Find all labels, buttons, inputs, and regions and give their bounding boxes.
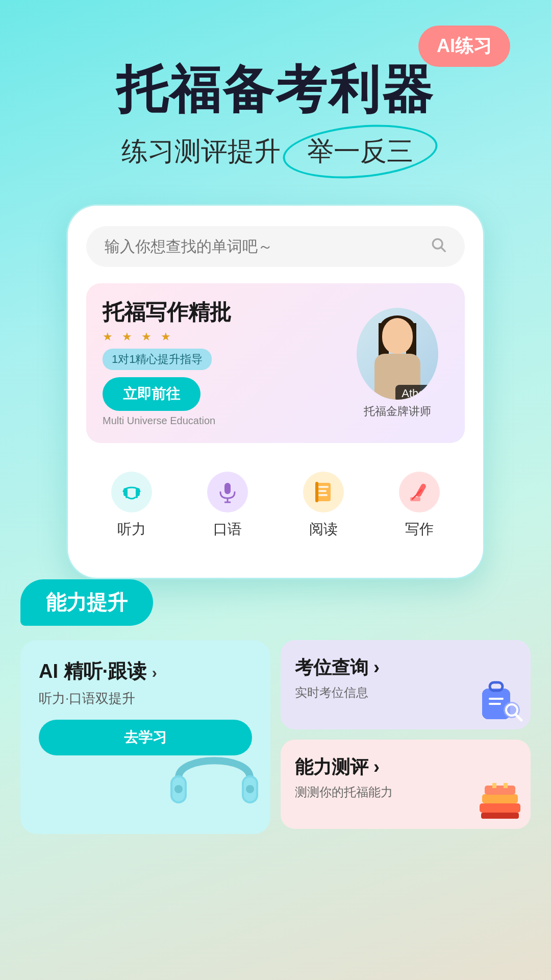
svg-rect-4 bbox=[126, 494, 128, 498]
card-ability-test[interactable]: 能力测评 › 测测你的托福能力 bbox=[281, 740, 531, 829]
hero-section: 托福备考利器 练习测评提升 举一反三 bbox=[0, 0, 551, 184]
feature-listening[interactable]: 听力 bbox=[86, 463, 177, 547]
writing-icon bbox=[399, 472, 440, 512]
banner-title: 托福写作精批 bbox=[103, 300, 336, 325]
teacher-label: 托福金牌讲师 bbox=[364, 404, 431, 419]
hero-title: 托福备考利器 bbox=[31, 61, 520, 117]
svg-line-1 bbox=[441, 248, 445, 251]
search-icon[interactable] bbox=[430, 236, 446, 257]
ability-badge: 能力提升 bbox=[20, 579, 153, 626]
feature-writing-label: 写作 bbox=[405, 520, 434, 539]
svg-point-20 bbox=[174, 785, 183, 793]
hero-subtitle: 练习测评提升 举一反三 bbox=[31, 130, 520, 174]
subtitle-highlight: 举一反三 bbox=[291, 130, 430, 174]
feature-speaking[interactable]: 口语 bbox=[182, 463, 273, 547]
svg-rect-35 bbox=[504, 783, 508, 788]
banner-company: Multi Universe Education bbox=[103, 415, 336, 427]
teacher-head bbox=[382, 318, 413, 354]
search-input[interactable] bbox=[105, 238, 422, 255]
svg-rect-6 bbox=[224, 483, 231, 494]
card-ai-listening[interactable]: AI 精听·跟读 › 听力·口语双提升 去学习 bbox=[20, 640, 270, 834]
ability-section: 能力提升 AI 精听·跟读 › 听力·口语双提升 去学习 bbox=[0, 579, 551, 865]
feature-writing[interactable]: 写作 bbox=[374, 463, 465, 547]
reading-icon bbox=[303, 472, 344, 512]
cards-row: AI 精听·跟读 › 听力·口语双提升 去学习 考位查询 › bbox=[20, 640, 531, 834]
feature-reading[interactable]: 阅读 bbox=[278, 463, 369, 547]
feature-reading-label: 阅读 bbox=[309, 520, 338, 539]
subtitle-main: 练习测评提升 bbox=[121, 134, 281, 169]
svg-line-29 bbox=[516, 715, 521, 720]
svg-rect-24 bbox=[490, 682, 503, 691]
svg-rect-30 bbox=[480, 803, 520, 813]
card-main-title: AI 精听·跟读 › bbox=[39, 658, 252, 684]
svg-rect-11 bbox=[318, 490, 327, 492]
exam-icon bbox=[474, 673, 525, 724]
features-grid: 听力 口语 bbox=[86, 463, 465, 547]
banner-goto-button[interactable]: 立即前往 bbox=[103, 377, 201, 411]
books-icon bbox=[472, 770, 528, 826]
teacher-name-badge: Athena bbox=[395, 385, 438, 400]
feature-speaking-label: 口语 bbox=[213, 520, 242, 539]
speaking-icon bbox=[207, 472, 248, 512]
svg-rect-33 bbox=[481, 813, 519, 819]
card-main-subtitle: 听力·口语双提升 bbox=[39, 690, 252, 707]
headphone-illustration bbox=[163, 727, 265, 829]
teacher-avatar: Athena bbox=[357, 308, 438, 400]
svg-rect-5 bbox=[136, 494, 138, 498]
banner-stars: ★ ★ ★ ★ bbox=[103, 330, 336, 344]
svg-point-21 bbox=[246, 785, 254, 793]
svg-rect-31 bbox=[482, 794, 518, 803]
banner-card: 托福写作精批 ★ ★ ★ ★ 1对1精心提升指导 立即前往 Multi Univ… bbox=[86, 283, 465, 443]
hearing-icon bbox=[111, 472, 152, 512]
search-bar[interactable] bbox=[86, 226, 465, 267]
svg-rect-10 bbox=[318, 486, 329, 488]
feature-listening-label: 听力 bbox=[117, 520, 146, 539]
svg-rect-12 bbox=[318, 494, 328, 496]
svg-rect-34 bbox=[492, 783, 496, 788]
banner-tag: 1对1精心提升指导 bbox=[103, 349, 212, 370]
banner-left: 托福写作精批 ★ ★ ★ ★ 1对1精心提升指导 立即前往 Multi Univ… bbox=[103, 300, 336, 427]
svg-rect-32 bbox=[485, 786, 515, 795]
cards-right: 考位查询 › 实时考位信息 能力测评 › bbox=[281, 640, 531, 834]
phone-mockup: 托福写作精批 ★ ★ ★ ★ 1对1精心提升指导 立即前往 Multi Univ… bbox=[66, 204, 485, 579]
card-exam[interactable]: 考位查询 › 实时考位信息 bbox=[281, 640, 531, 729]
svg-rect-13 bbox=[315, 482, 318, 502]
banner-right: Athena 托福金牌讲师 bbox=[346, 308, 448, 419]
